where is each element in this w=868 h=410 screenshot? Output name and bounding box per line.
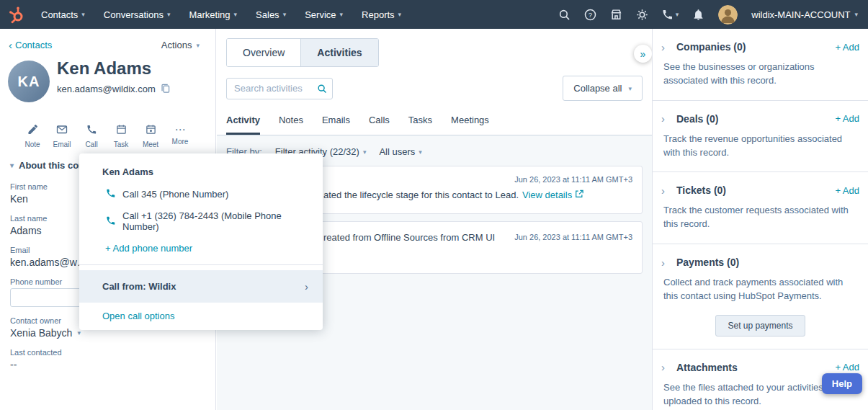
chevron-right-icon[interactable]: › [661, 42, 676, 53]
last-contacted-value: -- [10, 359, 205, 370]
nav-item-conversations[interactable]: Conversations▾ [94, 9, 180, 20]
set-up-payments-button[interactable]: Set up payments [715, 315, 805, 337]
settings-icon[interactable] [636, 9, 648, 21]
search-activities-box [226, 78, 333, 99]
tab-activity[interactable]: Activity [226, 115, 260, 135]
view-details-link[interactable]: View details [522, 190, 583, 200]
search-icon[interactable] [317, 84, 327, 94]
caret-down-icon: ▾ [10, 161, 14, 169]
nav-label: Contacts [41, 9, 78, 20]
collapse-all-button[interactable]: Collapse all ▾ [563, 76, 643, 101]
tab-calls[interactable]: Calls [369, 115, 390, 135]
external-link-icon [575, 190, 583, 200]
caret-down-icon: ▾ [363, 148, 367, 156]
phone-icon [106, 188, 116, 200]
tab-overview[interactable]: Overview [227, 39, 300, 66]
email-button[interactable]: Email [51, 124, 73, 148]
calendar-icon [116, 124, 127, 138]
user-avatar[interactable] [718, 5, 738, 24]
chevron-right-icon[interactable]: › [661, 257, 676, 268]
tickets-title: Tickets (0) [676, 184, 835, 196]
qa-label: More [172, 138, 189, 146]
expand-panel-button[interactable]: » [634, 45, 652, 63]
owner-name: Xenia Babych [10, 327, 72, 339]
help-button[interactable]: Help [822, 373, 862, 394]
back-to-contacts-link[interactable]: ‹ Contacts [9, 40, 52, 50]
add-company-button[interactable]: + Add [835, 42, 859, 53]
task-button[interactable]: Task [110, 124, 132, 148]
tab-activities[interactable]: Activities [300, 39, 377, 66]
account-menu[interactable]: wildix-MAIN-ACCOUNT ▾ [751, 9, 858, 20]
all-users-label: All users [379, 146, 415, 157]
entry-timestamp: Jun 26, 2023 at 11:11 AM GMT+3 [514, 232, 632, 241]
phone-icon [86, 124, 97, 138]
call-phone-number-option[interactable]: Call 345 (Phone Number) [79, 183, 323, 205]
entry-timestamp: Jun 26, 2023 at 11:11 AM GMT+3 [514, 175, 632, 184]
caret-down-icon: ▾ [196, 42, 200, 49]
caret-down-icon: ▾ [77, 329, 81, 337]
card-deals: › Deals (0) + Add Track the revenue oppo… [653, 101, 868, 173]
caret-down-icon: ▾ [419, 148, 422, 156]
note-icon [27, 124, 38, 138]
add-ticket-button[interactable]: + Add [835, 185, 859, 196]
contact-avatar: KA [8, 61, 50, 102]
entry-text: reated from Offline Sources from CRM UI [323, 232, 495, 243]
call-mobile-number-option[interactable]: Call +1 (326) 784-2443 (Mobile Phone Num… [79, 205, 323, 237]
chevron-right-icon[interactable]: › [661, 185, 676, 196]
tab-emails[interactable]: Emails [322, 115, 350, 135]
view-tabs: Overview Activities [226, 38, 379, 67]
email-value[interactable]: ken.adams@wildix.com [10, 257, 88, 268]
card-tickets: › Tickets (0) + Add Track the customer r… [653, 172, 868, 244]
last-contacted-field: Last contacted -- [10, 348, 205, 370]
call-from-label: Call from: Wildix [102, 281, 176, 292]
caret-down-icon: ▾ [854, 11, 858, 18]
associations-panel: › Companies (0) + Add See the businesses… [652, 29, 868, 410]
nav-item-service[interactable]: Service▾ [295, 9, 352, 20]
svg-text:?: ? [589, 11, 592, 19]
call-from-option[interactable]: Call from: Wildix › [79, 270, 323, 303]
caret-down-icon: ▾ [283, 11, 287, 18]
meeting-button[interactable]: Meet [140, 124, 161, 148]
chevron-left-icon: ‹ [9, 40, 12, 50]
add-phone-number-link[interactable]: + Add phone number [79, 237, 323, 259]
companies-description: See the businesses or organizations asso… [663, 61, 859, 88]
hubspot-logo[interactable] [9, 6, 24, 24]
marketplace-icon[interactable] [610, 9, 622, 21]
copy-icon[interactable] [161, 83, 170, 95]
tab-notes[interactable]: Notes [279, 115, 303, 135]
chevron-right-icon[interactable]: › [661, 113, 676, 124]
calling-icon[interactable]: ▾ [662, 9, 679, 20]
nav-item-contacts[interactable]: Contacts▾ [32, 9, 94, 20]
qa-label: Note [24, 141, 40, 148]
search-icon[interactable] [558, 9, 571, 21]
all-users-dropdown[interactable]: All users ▾ [379, 146, 421, 157]
notifications-icon[interactable] [692, 9, 704, 21]
view-details-label: View details [522, 190, 572, 200]
note-button[interactable]: Note [22, 124, 43, 148]
companies-title: Companies (0) [676, 41, 835, 53]
nav-item-marketing[interactable]: Marketing▾ [179, 9, 246, 20]
popup-contact-name: Ken Adams [79, 162, 323, 183]
call-button[interactable]: Call [81, 124, 102, 148]
nav-item-reports[interactable]: Reports▾ [352, 9, 411, 20]
meeting-icon [146, 124, 156, 138]
tab-meetings[interactable]: Meetings [451, 115, 489, 135]
open-call-options-link[interactable]: Open call options [79, 303, 323, 323]
contact-email: ken.adams@wildix.com [57, 84, 156, 94]
tab-tasks[interactable]: Tasks [408, 115, 432, 135]
back-label: Contacts [15, 40, 52, 50]
nav-item-sales[interactable]: Sales▾ [246, 9, 295, 20]
email-icon [56, 124, 68, 138]
help-icon[interactable]: ? [584, 9, 596, 21]
divider [79, 264, 323, 265]
call-options-popup: Ken Adams Call 345 (Phone Number) Call +… [79, 153, 323, 330]
add-deal-button[interactable]: + Add [835, 113, 859, 124]
account-name: wildix-MAIN-ACCOUNT [751, 9, 850, 20]
caret-down-icon: ▾ [676, 11, 679, 18]
more-button[interactable]: ⋯ More [169, 124, 191, 148]
add-attachment-button[interactable]: + Add [835, 362, 859, 373]
actions-dropdown[interactable]: Actions ▾ [161, 40, 200, 50]
attachments-title: Attachments [676, 362, 835, 373]
chevron-right-icon[interactable]: › [661, 362, 676, 373]
more-icon: ⋯ [175, 124, 186, 135]
